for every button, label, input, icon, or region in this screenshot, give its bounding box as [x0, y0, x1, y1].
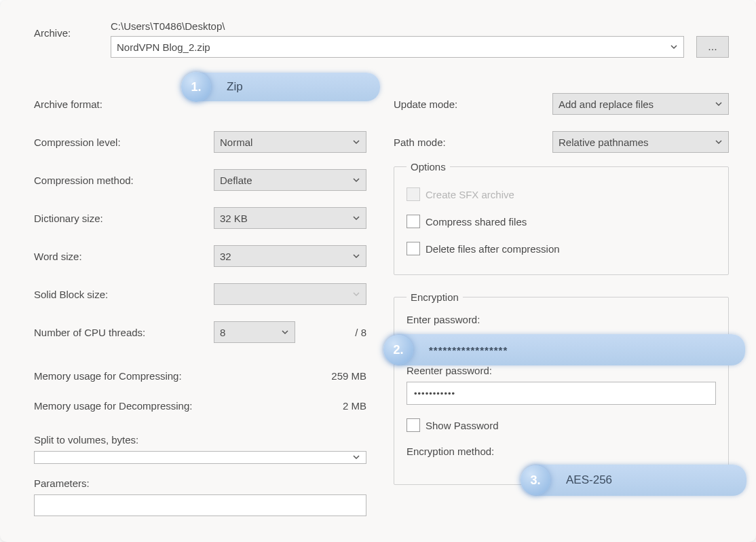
- annotation-text: AES-256: [548, 473, 630, 487]
- delete-after-label: Delete files after compression: [426, 243, 560, 255]
- mem-compress-label: Memory usage for Compressing:: [34, 370, 182, 382]
- solid-block-select: [214, 283, 366, 305]
- delete-after-checkbox[interactable]: [407, 242, 420, 255]
- dictionary-size-value: 32 KB: [220, 213, 248, 224]
- mem-compress-value: 259 MB: [331, 370, 366, 382]
- sfx-label: Create SFX archive: [426, 189, 514, 200]
- archive-filename-value: NordVPN Blog_2.zip: [117, 41, 210, 53]
- compression-method-select[interactable]: Deflate: [214, 169, 366, 191]
- path-mode-select[interactable]: Relative pathnames: [552, 131, 729, 153]
- compression-method-value: Deflate: [220, 175, 252, 186]
- show-password-label: Show Password: [426, 420, 499, 431]
- chevron-down-icon: [352, 213, 360, 224]
- archive-filename-combo[interactable]: NordVPN Blog_2.zip: [111, 36, 684, 58]
- options-group: Options Create SFX archive Compress shar…: [394, 161, 729, 275]
- reenter-password-label: Reenter password:: [407, 365, 716, 376]
- dictionary-size-label: Dictionary size:: [34, 213, 214, 224]
- chevron-down-icon: [352, 137, 360, 148]
- chevron-down-icon: [352, 251, 360, 262]
- annotation-text: *****************: [411, 344, 525, 356]
- cpu-threads-total: / 8: [312, 327, 366, 338]
- add-to-archive-dialog: Archive: C:\Users\T0486\Desktop\ NordVPN…: [0, 0, 756, 542]
- update-mode-label: Update mode:: [394, 98, 552, 110]
- annotation-callout-2: 2. *****************: [385, 334, 745, 365]
- chevron-down-icon: [352, 175, 360, 186]
- chevron-down-icon: [281, 327, 289, 338]
- enter-password-label: Enter password:: [407, 314, 716, 325]
- compression-level-select[interactable]: Normal: [214, 131, 366, 153]
- word-size-label: Word size:: [34, 251, 214, 262]
- sfx-checkbox: [407, 187, 420, 201]
- word-size-select[interactable]: 32: [214, 245, 366, 267]
- show-password-checkbox[interactable]: [407, 418, 420, 432]
- compression-method-label: Compression method:: [34, 175, 214, 186]
- compression-level-value: Normal: [220, 137, 252, 148]
- reenter-password-input[interactable]: •••••••••••: [407, 382, 716, 405]
- chevron-down-icon: [715, 98, 723, 110]
- cpu-threads-value: 8: [220, 327, 225, 338]
- cpu-threads-label: Number of CPU threads:: [34, 327, 214, 338]
- annotation-callout-3: 3. AES-256: [523, 465, 746, 496]
- annotation-badge: 3.: [521, 465, 550, 495]
- annotation-callout-1: 1. Zip: [183, 73, 380, 101]
- ellipsis-icon: ...: [708, 41, 717, 53]
- mem-decompress-label: Memory usage for Decompressing:: [34, 400, 192, 412]
- chevron-down-icon: [715, 137, 723, 148]
- compress-shared-label: Compress shared files: [426, 216, 527, 228]
- archive-label: Archive:: [34, 20, 98, 39]
- compress-shared-checkbox[interactable]: [407, 215, 420, 228]
- split-volumes-combo[interactable]: [34, 451, 366, 464]
- mem-decompress-value: 2 MB: [343, 400, 366, 412]
- path-mode-label: Path mode:: [394, 137, 552, 148]
- annotation-badge: 1.: [181, 72, 211, 102]
- chevron-down-icon: [352, 289, 360, 300]
- encryption-legend: Encryption: [407, 291, 463, 303]
- update-mode-select[interactable]: Add and replace files: [552, 93, 729, 115]
- options-legend: Options: [407, 161, 450, 173]
- archive-format-label: Archive format:: [34, 98, 214, 110]
- annotation-text: Zip: [209, 80, 261, 94]
- encryption-group: Encryption Enter password: Reenter passw…: [394, 291, 729, 485]
- reenter-password-value: •••••••••••: [414, 389, 455, 399]
- archive-path: C:\Users\T0486\Desktop\: [111, 20, 729, 32]
- path-mode-value: Relative pathnames: [559, 137, 649, 148]
- cpu-threads-select[interactable]: 8: [214, 321, 295, 343]
- update-mode-value: Add and replace files: [559, 98, 654, 110]
- annotation-badge: 2.: [383, 335, 413, 365]
- parameters-input[interactable]: [34, 494, 366, 516]
- chevron-down-icon: [352, 452, 360, 463]
- parameters-label: Parameters:: [34, 477, 366, 489]
- chevron-down-icon: [670, 41, 678, 53]
- solid-block-label: Solid Block size:: [34, 289, 214, 300]
- encryption-method-label: Encryption method:: [407, 446, 494, 457]
- browse-button[interactable]: ...: [696, 36, 729, 58]
- compression-level-label: Compression level:: [34, 137, 214, 148]
- word-size-value: 32: [220, 251, 231, 262]
- split-volumes-label: Split to volumes, bytes:: [34, 434, 366, 446]
- dictionary-size-select[interactable]: 32 KB: [214, 207, 366, 229]
